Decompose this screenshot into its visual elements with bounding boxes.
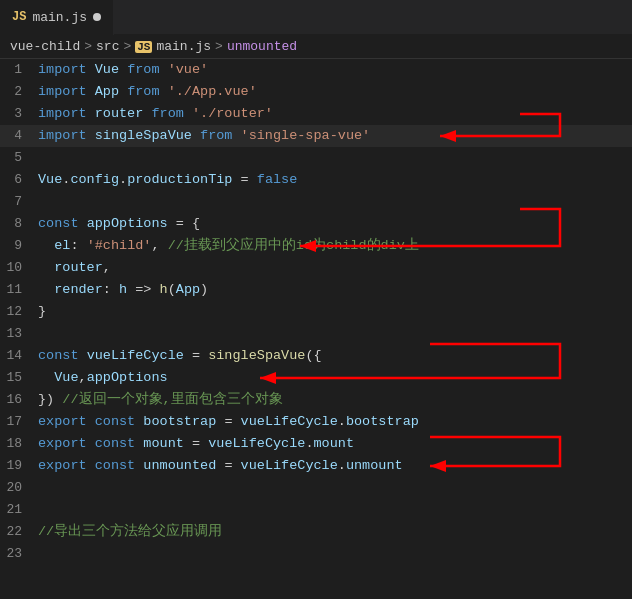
line-2: 2import App from './App.vue' [0,81,632,103]
breadcrumb-part-2: src [96,39,119,54]
line-16: 16}) //返回一个对象,里面包含三个对象 [0,389,632,411]
line-10: 10 router, [0,257,632,279]
line-21: 21 [0,499,632,521]
line-1: 1import Vue from 'vue' [0,59,632,81]
line-17: 17export const bootstrap = vueLifeCycle.… [0,411,632,433]
breadcrumb-part-4: unmounted [227,39,297,54]
line-14: 14const vueLifeCycle = singleSpaVue({ [0,345,632,367]
tab-filename: main.js [32,10,87,25]
line-13: 13 [0,323,632,345]
code-editor: 1import Vue from 'vue' 2import App from … [0,59,632,565]
breadcrumb-part-1: vue-child [10,39,80,54]
js-file-icon: JS [12,10,26,24]
tab-modified-dot [93,13,101,21]
line-11: 11 render: h => h(App) [0,279,632,301]
line-20: 20 [0,477,632,499]
breadcrumb-sep-1: > [84,39,92,54]
line-22: 22//导出三个方法给父应用调用 [0,521,632,543]
line-3: 3import router from './router' [0,103,632,125]
line-15: 15 Vue,appOptions [0,367,632,389]
breadcrumb-part-3: main.js [156,39,211,54]
line-6: 6Vue.config.productionTip = false [0,169,632,191]
tab-bar: JS main.js [0,0,632,35]
tab-main-js[interactable]: JS main.js [0,0,114,35]
breadcrumb-sep-2: > [123,39,131,54]
line-9: 9 el: '#child', //挂载到父应用中的id为child的div上 [0,235,632,257]
line-12: 12} [0,301,632,323]
breadcrumb-sep-3: > [215,39,223,54]
line-23: 23 [0,543,632,565]
line-7: 7 [0,191,632,213]
editor: 1import Vue from 'vue' 2import App from … [0,59,632,565]
breadcrumb: vue-child > src > JS main.js > unmounted [0,35,632,59]
line-18: 18export const mount = vueLifeCycle.moun… [0,433,632,455]
line-5: 5 [0,147,632,169]
line-19: 19export const unmounted = vueLifeCycle.… [0,455,632,477]
breadcrumb-js-icon: JS [135,41,152,53]
line-8: 8const appOptions = { [0,213,632,235]
line-4: 4import singleSpaVue from 'single-spa-vu… [0,125,632,147]
